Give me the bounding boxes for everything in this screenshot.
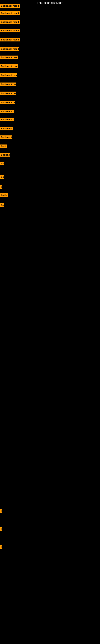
bottleneck-result-label: Bottleneck result [0, 4, 20, 8]
bottleneck-result-label: Bottleneck res [0, 118, 14, 121]
site-title: TheBottlenecker.com [37, 1, 63, 4]
bottleneck-result-label: Bottleneck result [0, 38, 20, 42]
bottleneck-result-label: Bottleneck [0, 136, 12, 139]
bottleneck-result-label: Bo [0, 175, 4, 179]
bottleneck-result-label: Bottleneck result [0, 29, 20, 32]
bottleneck-result-label: Bottleneck result [0, 82, 16, 86]
bottleneck-result-label: B [0, 185, 2, 189]
bottleneck-result-label: Bottlene [0, 153, 10, 156]
bottleneck-result-label: Bottl [0, 144, 7, 148]
bottleneck-result-label: Bottleneck result [0, 64, 18, 68]
bottleneck-result-label: Bo [0, 203, 4, 207]
bottleneck-result-label: Bottleneck result [0, 47, 19, 51]
bottleneck-result-label: Bottleneck res [0, 110, 14, 113]
bottleneck-result-label: Bottleneck resu [0, 100, 15, 104]
bottleneck-result-label: Bottle [0, 193, 8, 197]
bottleneck-result-label: Bo [0, 162, 4, 165]
bottleneck-result-label: Bottleneck result [0, 56, 18, 59]
bottleneck-result-label: | [0, 546, 2, 549]
bottleneck-result-label: Bottleneck result [0, 20, 20, 24]
bottleneck-result-label: | [0, 527, 2, 531]
bottleneck-result-label: Bottleneck result [0, 11, 20, 15]
bottleneck-result-label: | [0, 509, 2, 513]
bottleneck-result-label: Bottleneck result [0, 73, 17, 77]
bottleneck-result-label: Bottleneck re [0, 127, 13, 130]
bottleneck-result-label: Bottleneck result [0, 92, 16, 95]
